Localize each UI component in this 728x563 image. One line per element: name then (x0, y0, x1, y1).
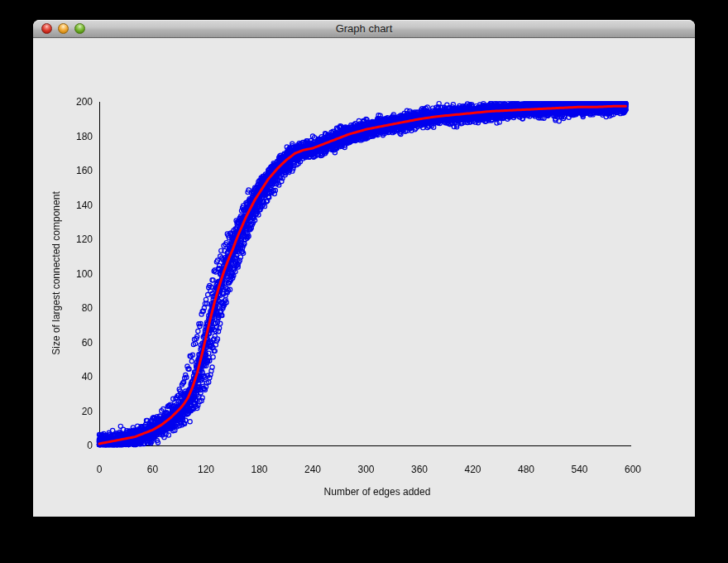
y-tick-label: 40 (33, 371, 93, 383)
x-tick-label: 60 (147, 464, 158, 475)
x-tick-label: 120 (198, 464, 214, 475)
x-tick-label: 360 (411, 464, 428, 475)
y-tick-label: 100 (33, 268, 93, 280)
y-tick-label: 140 (33, 200, 93, 211)
y-tick-label: 160 (33, 165, 93, 176)
x-tick-label: 180 (251, 464, 267, 475)
chart-area: 060120180240300360420480540600 020406080… (33, 38, 695, 517)
x-axis-title: Number of edges added (324, 486, 431, 498)
window-titlebar[interactable]: Graph chart (33, 20, 695, 38)
x-tick-label: 240 (304, 464, 321, 475)
x-tick-label: 300 (357, 464, 374, 475)
y-tick-label: 20 (33, 406, 93, 417)
x-tick-label: 420 (464, 464, 481, 475)
y-tick-label: 180 (33, 131, 93, 142)
y-tick-label: 120 (33, 233, 93, 245)
x-tick-label: 480 (518, 464, 534, 475)
x-tick-label: 0 (97, 464, 103, 475)
scatter-plot-canvas (33, 38, 695, 517)
y-tick-label: 0 (33, 440, 93, 451)
window-title: Graph chart (33, 20, 695, 37)
y-tick-label: 60 (33, 337, 93, 349)
y-tick-label: 200 (33, 96, 93, 108)
y-axis-title: Size of largest connected component (50, 191, 62, 354)
app-window: Graph chart 0601201802403003604204805406… (33, 20, 695, 517)
y-tick-label: 80 (33, 302, 93, 314)
x-tick-label: 540 (571, 464, 587, 475)
x-tick-label: 600 (625, 464, 641, 475)
desktop-background: { "window": { "title": "Graph chart", "c… (0, 0, 728, 563)
